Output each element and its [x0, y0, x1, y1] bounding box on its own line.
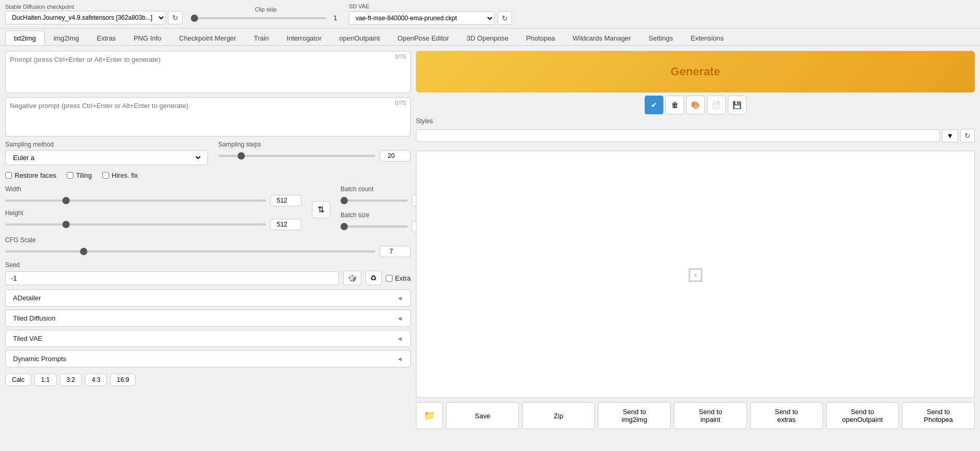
sampling-steps-slider[interactable] [218, 155, 375, 157]
sampling-steps-label: Sampling steps [218, 141, 411, 148]
hires-fix-checkbox[interactable]: Hires. fix [102, 171, 138, 179]
sampling-method-section: Sampling method Euler a [5, 141, 208, 165]
main-content: 0/75 0/75 Sampling method Euler a Sampli… [0, 46, 980, 434]
calc-button[interactable]: Calc [5, 374, 31, 386]
save-styles-button[interactable]: 💾 [728, 96, 747, 114]
checkboxes-row: Restore faces Tiling Hires. fix [5, 169, 411, 181]
zip-button[interactable]: Zip [522, 402, 595, 429]
send-to-extras-button[interactable]: Send to extras [750, 402, 823, 429]
adetailer-arrow-icon: ◄ [397, 295, 403, 302]
copy-prompt-button[interactable]: 📄 [707, 96, 726, 114]
ratio-16-9-button[interactable]: 16:9 [110, 374, 136, 386]
seed-dice-button[interactable]: 🎲 [343, 271, 361, 285]
height-slider[interactable] [5, 223, 266, 226]
top-bar: Stable Diffusion checkpoint DucHaiten.Jo… [0, 0, 980, 29]
nav-tabs: txt2imgimg2imgExtrasPNG InfoCheckpoint M… [0, 29, 980, 46]
negative-prompt-input[interactable] [10, 102, 406, 130]
swap-dimensions-button[interactable]: ⇅ [312, 201, 330, 218]
seed-recycle-button[interactable]: ♻ [365, 271, 382, 285]
cfg-input[interactable] [380, 246, 411, 257]
send-to-photopea-button[interactable]: Send to Photopea [902, 402, 975, 429]
nav-tab-openpose-editor[interactable]: OpenPose Editor [389, 31, 458, 45]
restore-faces-checkbox[interactable]: Restore faces [5, 171, 56, 179]
send-to-inpaint-button[interactable]: Send to inpaint [674, 402, 747, 429]
nav-tab-img2img[interactable]: img2img [45, 31, 88, 45]
nav-tab-wildcards-manager[interactable]: Wildcards Manager [564, 31, 640, 45]
tiled-vae-arrow-icon: ◄ [397, 335, 403, 342]
extra-networks-button[interactable]: 🎨 [686, 96, 705, 114]
seed-section: Seed 🎲 ♻ Extra [5, 261, 411, 285]
seed-extra-checkbox[interactable]: Extra [386, 274, 411, 282]
ratio-4-3-button[interactable]: 4:3 [85, 374, 107, 386]
checkpoint-label: Stable Diffusion checkpoint [5, 4, 182, 10]
batch-size-slider[interactable] [341, 226, 408, 228]
adetailer-accordion[interactable]: ADetailer ◄ [5, 289, 411, 307]
swap-dimensions-center: ⇅ [312, 185, 330, 218]
clear-styles-button[interactable]: 🗑 [665, 96, 684, 114]
ratio-3-2-button[interactable]: 3:2 [60, 374, 82, 386]
cfg-label: CFG Scale [5, 236, 411, 244]
tiled-vae-accordion[interactable]: Tiled VAE ◄ [5, 330, 411, 347]
styles-refresh-button[interactable]: ↻ [960, 129, 975, 142]
styles-section: Styles ▼ ↻ [416, 117, 975, 142]
clip-skip-label: Clip skip [255, 6, 277, 12]
nav-tab-3d-openpose[interactable]: 3D Openpose [458, 31, 517, 45]
nav-tab-png-info[interactable]: PNG Info [125, 31, 170, 45]
accordions-list: ADetailer ◄ Tiled Diffusion ◄ Tiled VAE … [5, 289, 411, 367]
ratio-1-1-button[interactable]: 1:1 [34, 374, 57, 386]
nav-tab-txt2img[interactable]: txt2img [5, 31, 45, 45]
tiling-checkbox[interactable]: Tiling [67, 171, 92, 179]
nav-tab-extensions[interactable]: Extensions [682, 31, 733, 45]
sd-vae-label: SD VAE [349, 3, 512, 9]
nav-tab-openoutpaint[interactable]: openOutpaint [331, 31, 389, 45]
paste-styles-button[interactable]: ✔ [645, 96, 663, 114]
sd-vae-refresh-button[interactable]: ↻ [498, 11, 512, 25]
batch-count-slider[interactable] [341, 200, 408, 202]
clip-skip-value: 1 [330, 15, 341, 22]
open-folder-button[interactable]: 📁 [416, 402, 443, 429]
output-buttons-row: 📁 Save Zip Send to img2img Send to inpai… [416, 402, 975, 429]
width-input[interactable] [270, 195, 302, 206]
bottom-bar: Calc 1:1 3:2 4:3 16:9 [5, 372, 411, 386]
clip-skip-slider[interactable] [191, 17, 326, 19]
height-input[interactable] [270, 219, 302, 230]
nav-tab-extras[interactable]: Extras [88, 31, 125, 45]
checkpoint-refresh-button[interactable]: ↻ [168, 11, 182, 24]
generate-button[interactable]: Generate [416, 51, 975, 92]
width-slider[interactable] [5, 200, 266, 202]
nav-tab-photopea[interactable]: Photopea [517, 31, 564, 45]
sampling-steps-input[interactable] [380, 150, 411, 162]
sampling-method-dropdown[interactable]: Euler a [11, 153, 202, 162]
cfg-slider[interactable] [5, 250, 375, 253]
seed-label: Seed [5, 261, 411, 269]
image-output-area: ⊡ [416, 151, 975, 398]
styles-label: Styles [416, 117, 975, 125]
sampling-steps-section: Sampling steps [218, 141, 411, 162]
sd-vae-section: SD VAE vae-ft-mse-840000-ema-pruned.ckpt… [349, 3, 512, 25]
styles-dropdown-arrow[interactable]: ▼ [942, 129, 958, 142]
styles-input[interactable] [416, 129, 940, 142]
send-to-openoutpaint-button[interactable]: Send to openOutpaint [826, 402, 899, 429]
seed-input[interactable] [5, 271, 339, 285]
send-to-img2img-button[interactable]: Send to img2img [598, 402, 671, 429]
negative-prompt-area: 0/75 [5, 97, 411, 137]
checkpoint-dropdown[interactable]: DucHaiten.Journey_v4.9.safetensors [362a… [5, 11, 166, 24]
tiled-diffusion-arrow-icon: ◄ [397, 315, 403, 322]
height-label: Height [5, 209, 302, 217]
left-panel: 0/75 0/75 Sampling method Euler a Sampli… [5, 51, 411, 429]
positive-prompt-input[interactable] [10, 56, 406, 87]
width-label: Width [5, 185, 302, 193]
width-section: Width [5, 185, 302, 206]
nav-tab-settings[interactable]: Settings [640, 31, 682, 45]
sd-vae-dropdown[interactable]: vae-ft-mse-840000-ema-pruned.ckpt [349, 11, 494, 25]
nav-tab-train[interactable]: Train [245, 31, 278, 45]
save-output-button[interactable]: Save [446, 402, 519, 429]
right-panel: Generate ✔ 🗑 🎨 📄 💾 Styles ▼ ↻ ⊡ [416, 51, 975, 429]
dim-left: Width Height [5, 185, 302, 230]
checkpoint-select-row: DucHaiten.Journey_v4.9.safetensors [362a… [5, 11, 182, 24]
dynamic-prompts-accordion[interactable]: Dynamic Prompts ◄ [5, 350, 411, 367]
nav-tab-checkpoint-merger[interactable]: Checkpoint Merger [170, 31, 245, 45]
tiled-diffusion-accordion[interactable]: Tiled Diffusion ◄ [5, 310, 411, 327]
dynamic-prompts-arrow-icon: ◄ [397, 355, 403, 363]
nav-tab-interrogator[interactable]: Interrogator [278, 31, 330, 45]
